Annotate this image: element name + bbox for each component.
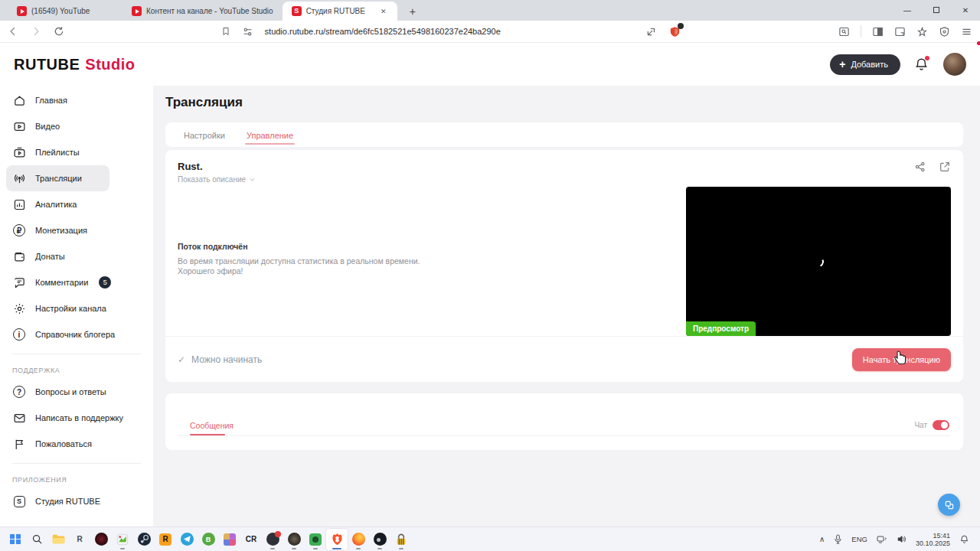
brave-button[interactable]	[326, 529, 348, 550]
colorful-app-button[interactable]	[219, 529, 240, 550]
sidebar-item-label: Справочник блогера	[35, 330, 115, 339]
steam-icon	[138, 533, 151, 546]
tab-close-icon[interactable]: ✕	[379, 6, 388, 17]
share-page-icon[interactable]	[646, 26, 657, 37]
r-app-icon: R	[77, 535, 82, 543]
telegram-button[interactable]	[176, 529, 198, 550]
browser-tab-youtube[interactable]: (16549) YouTube	[8, 2, 122, 21]
cr-app-button[interactable]: CR	[240, 529, 262, 550]
home-icon	[12, 93, 26, 107]
url-text[interactable]: studio.rutube.ru/stream/de6fc5182521e549…	[265, 27, 501, 36]
lock-app-button[interactable]	[390, 529, 412, 550]
show-description-toggle[interactable]: Показать описание	[178, 175, 256, 184]
window-close-button[interactable]: ✕	[951, 0, 980, 21]
window-minimize-button[interactable]: —	[893, 0, 922, 21]
back-button[interactable]	[8, 26, 18, 37]
browser-menu-icon[interactable]	[961, 26, 972, 37]
find-in-page-icon[interactable]	[838, 26, 850, 37]
start-button[interactable]	[5, 529, 26, 550]
reload-button[interactable]	[54, 26, 64, 37]
microphone-icon[interactable]	[834, 534, 842, 544]
tab-group-icon[interactable]	[894, 26, 906, 37]
comments-icon	[12, 276, 26, 289]
tray-expand-icon[interactable]: ∧	[819, 535, 825, 543]
sidebar-item-rutube-studio-app[interactable]: S Студия RUTUBE	[0, 488, 153, 514]
notifications-button[interactable]	[914, 57, 929, 72]
afterburner-button[interactable]	[112, 529, 133, 550]
info-glyph: i	[13, 328, 25, 341]
sidebar-item-home[interactable]: Главная	[0, 87, 153, 113]
tab-messages[interactable]: Сообщения	[190, 421, 234, 430]
logo-dot	[977, 41, 980, 45]
tab-settings[interactable]: Настройки	[184, 131, 225, 147]
game-app-button[interactable]	[283, 529, 305, 550]
sidebar-item-broadcasts[interactable]: Трансляции	[6, 165, 109, 191]
browser-tab-rutube-studio[interactable]: Студия RUTUBE ✕	[283, 2, 397, 21]
chat-toggle[interactable]	[933, 420, 949, 430]
avatar[interactable]	[943, 53, 966, 76]
monitoring-app-icon	[116, 533, 129, 546]
browser-tab-youtube-studio[interactable]: Контент на канале - YouTube Studio	[122, 2, 283, 21]
site-settings-icon[interactable]	[243, 27, 253, 37]
notification-center-icon[interactable]	[959, 534, 969, 544]
file-explorer-button[interactable]	[47, 529, 69, 550]
bnet-button[interactable]: B	[198, 529, 219, 550]
open-external-icon[interactable]	[939, 161, 951, 173]
tab-control[interactable]: Управление	[247, 131, 293, 147]
telegram-icon	[181, 533, 194, 546]
sidebar-item-contact-support[interactable]: Написать в поддержку	[0, 405, 153, 431]
sidebar-item-playlists[interactable]: Плейлисты	[0, 139, 153, 165]
capture-lens	[312, 536, 318, 543]
steam-button[interactable]	[133, 529, 155, 550]
loading-spinner-icon	[812, 255, 825, 269]
firefox-button[interactable]	[348, 529, 369, 550]
favorites-star-icon[interactable]	[916, 26, 928, 37]
sidebar-item-channel-settings[interactable]: Настройки канала	[0, 295, 153, 321]
browser-nav-buttons	[8, 26, 64, 37]
dark-red-app-icon	[95, 533, 108, 546]
add-button[interactable]: + Добавить	[830, 54, 900, 75]
chat-app-button[interactable]	[262, 529, 283, 550]
sidebar-item-report[interactable]: Пожаловаться	[0, 431, 153, 457]
sidebar-item-faq[interactable]: ? Вопросы и ответы	[0, 379, 153, 405]
steam2-button[interactable]	[369, 529, 390, 550]
r-app-button[interactable]: R	[69, 529, 90, 550]
window-maximize-button[interactable]	[922, 0, 951, 21]
dark-app-button[interactable]	[90, 529, 112, 550]
capture-app-button[interactable]	[305, 529, 326, 550]
network-icon[interactable]	[877, 535, 887, 544]
page-title: Трансляция	[165, 95, 963, 110]
sidebar-item-comments[interactable]: Комментарии 5	[0, 269, 153, 295]
taskbar: R R B CR ∧ ENG 15:41 30.10.2025	[0, 527, 980, 551]
sidebar-item-video[interactable]: Видео	[0, 113, 153, 139]
volume-icon[interactable]	[897, 534, 906, 544]
rockstar-button[interactable]: R	[155, 529, 176, 550]
analytics-icon	[12, 197, 26, 211]
privacy-shield-icon[interactable]	[939, 26, 950, 37]
firefox-icon	[352, 533, 365, 546]
folder-icon	[52, 533, 65, 545]
language-indicator[interactable]: ENG	[851, 535, 867, 543]
rutube-favicon-icon	[292, 6, 302, 16]
app-header: RUTUBE Studio + Добавить	[0, 43, 980, 86]
ruble-glyph: ₽	[13, 224, 25, 236]
sidebar-panel-icon[interactable]	[872, 26, 884, 37]
clock[interactable]: 15:41 30.10.2025	[916, 532, 950, 547]
sidebar-item-monetization[interactable]: ₽ Монетизация	[0, 217, 153, 243]
playlist-icon	[12, 145, 26, 159]
sidebar-item-donations[interactable]: Донаты	[0, 243, 153, 269]
steam2-icon	[374, 533, 387, 546]
stream-status: Поток подключён Во время трансляции дост…	[178, 242, 420, 276]
sidebar-item-analytics[interactable]: Аналитика	[0, 191, 153, 217]
sidebar-item-blogger-guide[interactable]: i Справочник блогера	[0, 321, 153, 347]
taskbar-search-button[interactable]	[26, 529, 47, 550]
share-icon[interactable]	[914, 161, 926, 173]
video-preview[interactable]: Предпросмотр	[686, 187, 951, 336]
system-tray: ∧ ENG 15:41 30.10.2025	[819, 532, 975, 547]
new-tab-button[interactable]: +	[405, 5, 420, 21]
rutube-studio-logo[interactable]: RUTUBE Studio	[14, 56, 136, 73]
feedback-fab-button[interactable]	[938, 494, 960, 516]
adblock-extension-icon[interactable]	[669, 25, 681, 37]
forward-button[interactable]	[31, 26, 41, 37]
bookmark-icon[interactable]	[221, 26, 230, 37]
